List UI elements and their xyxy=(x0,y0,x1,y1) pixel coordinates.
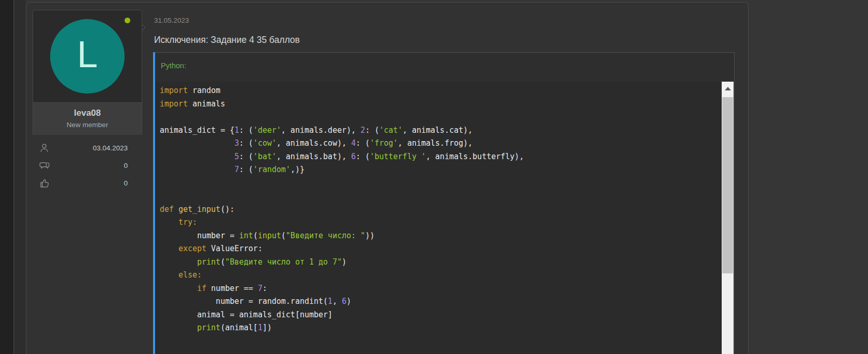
code-token-number: 7 xyxy=(258,284,263,293)
code-line xyxy=(160,190,721,203)
code-token-plain xyxy=(160,270,178,280)
code-line: number = random.randint(1, 6) xyxy=(160,295,721,309)
code-line: try: xyxy=(160,216,721,229)
code-line xyxy=(160,177,721,190)
scrollbar-up-button[interactable] xyxy=(722,82,734,95)
code-token-keyword: import xyxy=(160,86,188,95)
code-token-string: 'butterfly ' xyxy=(370,152,425,161)
code-token-plain: : ( xyxy=(356,138,370,148)
user-role-label: New member xyxy=(35,121,140,129)
online-indicator-icon xyxy=(125,18,130,23)
code-token-number: 7 xyxy=(235,165,239,174)
code-token-plain: ( xyxy=(253,231,258,240)
code-token-string: "Введите число: " xyxy=(286,231,366,240)
code-line: print("Введите число от 1 до 7") xyxy=(160,256,721,269)
code-token-string: 'deer' xyxy=(253,126,281,135)
code-token-plain: random xyxy=(188,86,220,95)
code-token-plain: : ( xyxy=(239,126,253,135)
code-token-keyword: except xyxy=(178,244,206,253)
code-token-plain: : ( xyxy=(356,152,370,161)
code-token-plain: , animals.deer), xyxy=(281,126,361,135)
scrollbar-thumb[interactable] xyxy=(722,97,733,273)
code-line xyxy=(160,111,721,124)
code-token-number: 4 xyxy=(351,138,356,148)
code-token-number: 3 xyxy=(235,138,239,148)
code-token-plain xyxy=(160,244,178,253)
code-token-plain xyxy=(160,218,178,227)
code-token-keyword: try: xyxy=(178,218,197,227)
code-token-builtin: input xyxy=(258,231,281,240)
code-token-plain xyxy=(160,257,197,267)
code-token-plain: : ( xyxy=(239,152,253,161)
code-language-label: Python: xyxy=(161,61,186,70)
code-line: 5: ('bat', animals.bat), 6: ('butterfly … xyxy=(160,150,721,164)
scroll-up-arrow-icon xyxy=(725,87,731,90)
code-token-plain xyxy=(160,138,235,148)
code-token-keyword: if xyxy=(197,284,206,293)
code-line: 3: ('cow', animals.cow), 4: ('frog', ani… xyxy=(160,137,721,150)
avatar[interactable]: L xyxy=(50,19,125,94)
code-token-plain: ]) xyxy=(263,323,272,332)
code-block-accent-bar xyxy=(153,52,155,354)
user-icon xyxy=(39,143,50,153)
code-token-plain: : ( xyxy=(239,138,253,148)
code-token-string: 'bat' xyxy=(253,152,277,161)
code-line: 7: ('random',)} xyxy=(160,163,721,177)
username-link[interactable]: leva08 xyxy=(35,108,140,118)
code-token-plain: ) xyxy=(342,257,346,267)
code-token-plain: , animals.bat), xyxy=(277,152,352,161)
code-token-string: 'random' xyxy=(253,165,291,174)
code-token-string: "Введите число от 1 до 7" xyxy=(225,257,342,267)
page-left-rail xyxy=(0,0,14,354)
code-line: else: xyxy=(160,269,721,282)
code-token-plain: ,)} xyxy=(291,165,304,174)
post-date-link[interactable]: 31.05.2023 xyxy=(154,17,189,24)
code-token-plain: number == xyxy=(206,284,257,293)
code-line: if number == 7: xyxy=(160,282,721,296)
code-token-number: 6 xyxy=(351,152,356,161)
code-scrollbar[interactable] xyxy=(722,82,734,354)
code-token-builtin: print xyxy=(197,323,220,332)
code-line: except ValueError: xyxy=(160,242,721,256)
code-token-keyword: def xyxy=(160,205,174,214)
code-line: animal = animals_dict[number] xyxy=(160,309,721,322)
user-stats: 03.04.2023 0 0 xyxy=(33,135,142,189)
code-token-plain: , animals.cow), xyxy=(277,138,352,148)
code-token-plain xyxy=(160,165,235,174)
code-content[interactable]: import randomimport animals animals_dict… xyxy=(156,82,721,354)
code-token-plain: ValueError: xyxy=(206,244,262,253)
code-token-plain: animals_dict = { xyxy=(160,126,235,135)
code-block-header: Python: xyxy=(153,53,734,82)
code-token-string: 'cat' xyxy=(379,126,402,135)
code-token-function: get_input xyxy=(178,205,220,214)
code-token-plain xyxy=(160,284,197,293)
avatar-cell: L xyxy=(33,10,142,103)
user-panel: L leva08 New member 03.04.2023 0 xyxy=(33,10,142,195)
code-token-number: 6 xyxy=(342,297,346,306)
code-line: import random xyxy=(160,84,721,98)
user-title-bar: leva08 New member xyxy=(33,103,142,135)
message-count-value: 0 xyxy=(50,162,137,170)
stat-row-likes: 0 xyxy=(39,177,137,189)
code-line: import animals xyxy=(160,98,721,111)
code-token-builtin: int xyxy=(239,231,253,240)
code-token-plain: , xyxy=(332,297,342,306)
code-token-string: 'cow' xyxy=(253,138,277,148)
code-token-plain: (): xyxy=(220,205,234,214)
code-token-number: 1 xyxy=(258,323,263,332)
thumbs-up-icon xyxy=(39,178,50,189)
code-token-plain: number = random.randint( xyxy=(160,297,328,306)
messages-icon xyxy=(39,160,50,171)
page-gutter xyxy=(14,0,26,354)
code-line: number = int(input("Введите число: ")) xyxy=(160,229,721,243)
code-token-number: 5 xyxy=(235,152,239,161)
code-token-plain: , animals.butterfly), xyxy=(426,152,524,161)
stat-row-messages: 0 xyxy=(39,160,137,171)
code-token-keyword: else: xyxy=(178,270,202,280)
code-token-plain: animals xyxy=(188,99,225,109)
stat-row-joined: 03.04.2023 xyxy=(39,142,137,153)
code-token-plain: : ( xyxy=(365,126,379,135)
code-token-plain xyxy=(174,205,178,214)
code-token-plain: )) xyxy=(365,231,374,240)
code-token-number: 1 xyxy=(235,126,239,135)
